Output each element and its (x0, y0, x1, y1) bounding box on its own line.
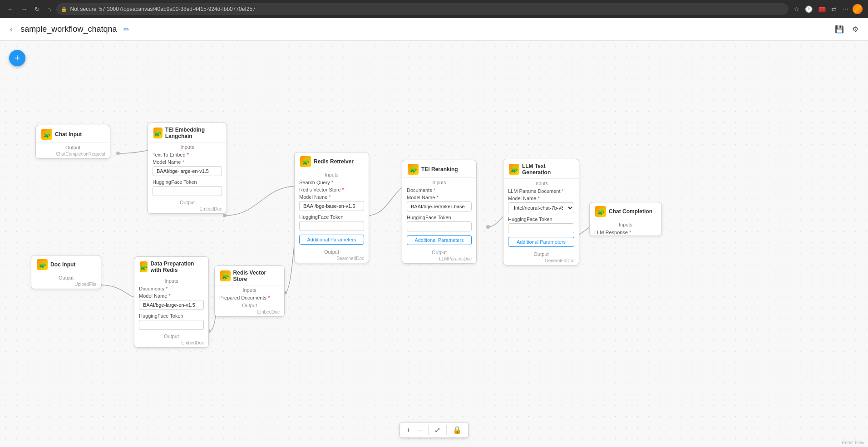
home-button[interactable]: ⌂ (45, 4, 53, 15)
fit-view-button[interactable]: ⤢ (432, 424, 443, 436)
redis-retriever-header: 🧩 Redis Retreiver (295, 152, 369, 170)
svg-point-6 (486, 225, 490, 229)
chat-completion-icon: 🧩 (595, 206, 606, 217)
chat-completion-inputs-label: Inputs (590, 220, 661, 228)
browser-more-button[interactable]: ⋯ (841, 4, 850, 14)
doc-input-output-label: Output (31, 273, 101, 281)
tei-embedding-title: TEI Embedding Langchain (165, 127, 221, 139)
chat-completion-title: Chat Completion (609, 208, 652, 215)
rr-additional-params-button[interactable]: Additional Parameters (299, 235, 364, 245)
rr-hf-token-label: HuggingFace Token (295, 213, 369, 220)
tei-connector: EmbedDoc (148, 206, 227, 213)
rvs-inputs-label: Inputs (215, 285, 284, 294)
rvs-output-label: Output (215, 301, 284, 309)
browser-sync-button[interactable]: ⇄ (830, 4, 838, 14)
chat-completion-header: 🧩 Chat Completion (590, 202, 661, 220)
tr-output-label: Output (402, 248, 476, 256)
cc-llm-response-label: LLM Response * (590, 228, 661, 236)
settings-button[interactable]: ⚙ (850, 23, 861, 36)
doc-input-title: Doc Input (50, 261, 75, 268)
llm-text-gen-title: LLM Text Generation (522, 163, 573, 176)
workflow-canvas: + 🧩 Chat Input Output ChatCompletionRequ… (0, 41, 868, 447)
llm-text-gen-header: 🧩 LLM Text Generation (503, 159, 579, 179)
tei-text-to-embed-label: Text To Embed * (148, 151, 227, 158)
llm-model-name-select[interactable]: Intel/neural-chat-7b-v3-3 (508, 202, 574, 213)
tr-model-name-input[interactable] (407, 201, 472, 211)
tr-hf-token-input[interactable] (407, 221, 472, 231)
browser-extension-button[interactable]: 🧰 (817, 4, 827, 14)
zoom-in-button[interactable]: + (404, 424, 413, 436)
lock-button[interactable]: 🔒 (450, 424, 464, 436)
react-flow-label: React Flow (842, 440, 864, 445)
chat-input-header: 🧩 Chat Input (36, 125, 110, 143)
toolbar-divider-2 (446, 425, 447, 435)
browser-star-button[interactable]: ☆ (792, 4, 801, 14)
doc-input-header: 🧩 Doc Input (31, 255, 101, 273)
svg-point-1 (223, 214, 227, 217)
data-prep-node: 🧩 Data Preparation with Redis Inputs Doc… (134, 256, 209, 348)
chat-completion-node: 🧩 Chat Completion Inputs LLM Response * (589, 202, 662, 236)
tei-embedding-node: 🧩 TEI Embedding Langchain Inputs Text To… (148, 123, 227, 214)
tei-reranking-title: TEI Reranking (421, 166, 458, 172)
data-prep-title: Data Preparation with Redis (150, 260, 203, 273)
llm-text-gen-icon: 🧩 (509, 164, 519, 175)
redis-retriever-inputs-label: Inputs (295, 170, 369, 178)
dp-model-name-label: Model Name * (134, 292, 208, 299)
reload-button[interactable]: ↻ (33, 4, 42, 15)
doc-input-connector: UploadFile (31, 281, 101, 289)
rr-hf-token-input[interactable] (299, 221, 364, 231)
zoom-out-button[interactable]: − (415, 424, 425, 436)
rr-model-name-input[interactable] (299, 201, 364, 211)
toolbar-divider (428, 425, 429, 435)
tei-reranking-node: 🧩 TEI Reranking Inputs Documents * Model… (402, 160, 477, 264)
doc-input-icon: 🧩 (37, 259, 48, 270)
header-actions: 💾 ⚙ (833, 23, 861, 36)
chat-input-connector: ChatCompletionRequest (36, 151, 110, 158)
tr-docs-label: Documents * (402, 186, 476, 193)
tei-embedding-inputs-label: Inputs (148, 142, 227, 151)
llm-text-gen-inputs-label: Inputs (503, 179, 579, 187)
back-button[interactable]: ‹ (7, 24, 15, 35)
dp-connector: EmbedDoc (134, 340, 208, 347)
tei-output-label: Output (148, 198, 227, 206)
bottom-toolbar: + − ⤢ 🔒 (399, 422, 469, 438)
llm-hf-token-input[interactable] (508, 223, 574, 233)
browser-history-button[interactable]: 🕐 (804, 4, 814, 14)
chat-input-icon: 🧩 (41, 129, 52, 140)
address-bar: 🔒 Not secure 57:30007/opeacanvas/40ab9a0… (56, 3, 789, 15)
llm-model-name-label: Model Name * (503, 194, 579, 201)
rvs-prepared-docs-label: Prepared Documents * (215, 294, 284, 301)
data-prep-header: 🧩 Data Preparation with Redis (134, 257, 208, 276)
tei-model-name-label: Model Name * (148, 158, 227, 165)
redis-retriever-title: Redis Retreiver (314, 158, 354, 165)
llm-connector: GeneratedDoc (503, 258, 579, 265)
workflow-title: sample_workflow_chatqna (20, 25, 117, 34)
data-prep-inputs-label: Inputs (134, 276, 208, 285)
save-button[interactable]: 💾 (833, 23, 846, 36)
browser-chrome: ← → ↻ ⌂ 🔒 Not secure 57:30007/opeacanvas… (0, 0, 868, 18)
llm-additional-params-button[interactable]: Additional Parameters (508, 237, 574, 247)
llm-text-gen-node: 🧩 LLM Text Generation Inputs LLM Params … (503, 159, 579, 265)
tei-hf-token-label: HuggingFace Token (148, 178, 227, 185)
svg-point-0 (116, 152, 120, 155)
tei-embedding-header: 🧩 TEI Embedding Langchain (148, 123, 227, 142)
llm-params-label: LLM Params Document * (503, 187, 579, 194)
tei-reranking-inputs-label: Inputs (402, 178, 476, 186)
rvs-connector: EmbedDoc (215, 309, 284, 316)
tei-embedding-icon: 🧩 (153, 128, 163, 138)
forward-nav-button[interactable]: → (19, 4, 29, 15)
tei-hf-token-input[interactable] (153, 186, 222, 196)
dp-hf-token-label: HuggingFace Token (134, 312, 208, 319)
chat-input-output-label: Output (36, 143, 110, 151)
tr-additional-params-button[interactable]: Additional Parameters (407, 235, 472, 245)
dp-model-name-input[interactable] (139, 300, 204, 310)
edit-title-button[interactable]: ✏ (122, 24, 131, 35)
profile-avatar (853, 4, 863, 14)
tei-model-name-input[interactable] (153, 166, 222, 176)
dp-hf-token-input[interactable] (139, 320, 204, 330)
add-node-button[interactable]: + (9, 50, 25, 66)
back-nav-button[interactable]: ← (5, 4, 15, 15)
redis-vector-store-node: 🧩 Redis Vector Store Inputs Prepared Doc… (214, 265, 285, 317)
not-secure-label: Not secure (70, 6, 96, 12)
app-header: ‹ sample_workflow_chatqna ✏ 💾 ⚙ (0, 18, 868, 41)
